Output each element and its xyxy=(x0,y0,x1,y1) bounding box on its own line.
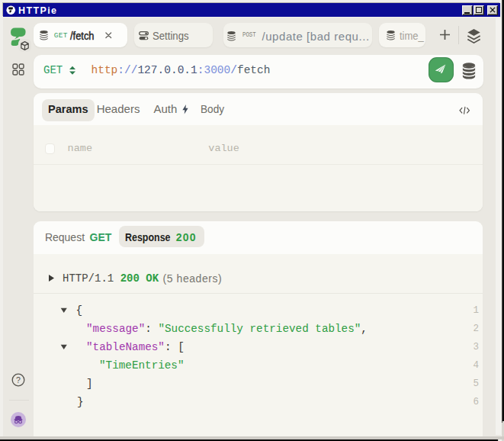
svg-text:?: ? xyxy=(16,375,21,385)
